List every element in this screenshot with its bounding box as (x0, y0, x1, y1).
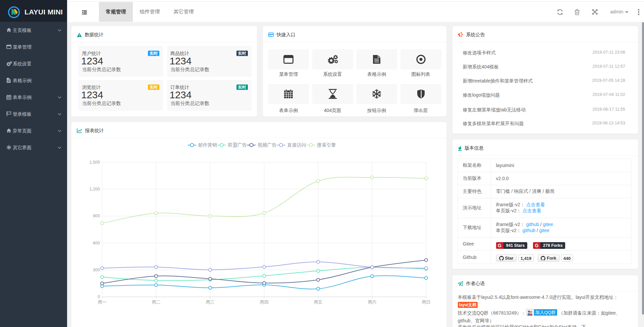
svg-text:周五: 周五 (314, 299, 322, 305)
svg-text:邮件营销: 邮件营销 (198, 142, 217, 148)
svg-text:周六: 周六 (368, 299, 376, 305)
svg-text:周四: 周四 (260, 299, 268, 305)
svg-text:直接访问: 直接访问 (287, 142, 306, 148)
svg-text:搜索引擎: 搜索引擎 (317, 142, 336, 148)
svg-text:周日: 周日 (422, 299, 430, 305)
svg-text:联盟广告: 联盟广告 (228, 142, 247, 148)
svg-text:周二: 周二 (152, 299, 160, 305)
svg-text:900: 900 (93, 214, 100, 218)
svg-text:300: 300 (93, 268, 100, 272)
svg-text:视频广告: 视频广告 (258, 142, 277, 148)
svg-text:1,500: 1,500 (89, 160, 100, 165)
svg-text:0: 0 (97, 294, 100, 299)
svg-text:周一: 周一 (98, 299, 106, 305)
svg-text:600: 600 (93, 241, 100, 246)
svg-text:1,200: 1,200 (89, 187, 100, 192)
svg-text:周三: 周三 (206, 299, 214, 305)
